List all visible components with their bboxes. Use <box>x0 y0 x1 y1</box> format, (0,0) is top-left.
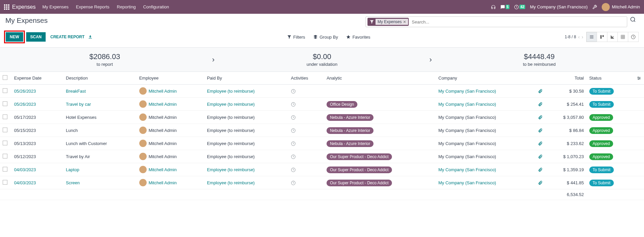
col-description[interactable]: Description <box>63 72 136 85</box>
expense-description[interactable]: Travel by car <box>66 102 91 107</box>
row-checkbox[interactable] <box>3 180 7 185</box>
view-graph-button[interactable] <box>607 32 618 42</box>
table-row[interactable]: 05/15/2023 Lunch Mitchell Admin Employee… <box>0 124 644 137</box>
scan-button[interactable]: SCAN <box>26 32 46 42</box>
attachment-icon[interactable] <box>538 141 543 146</box>
view-activity-button[interactable] <box>628 32 639 42</box>
row-checkbox[interactable] <box>3 167 7 172</box>
employee-name[interactable]: Mitchell Admin <box>149 102 177 107</box>
row-checkbox[interactable] <box>3 101 7 106</box>
expense-description[interactable]: BreakFast <box>66 89 86 94</box>
select-all-checkbox[interactable] <box>3 75 7 80</box>
attachment-icon[interactable] <box>538 154 543 159</box>
paid-by[interactable]: Employee (to reimburse) <box>207 180 255 185</box>
create-report-button[interactable]: CREATE REPORT <box>50 35 85 39</box>
groupby-dropdown[interactable]: Group By <box>313 35 338 40</box>
company-cell[interactable]: My Company (San Francisco) <box>438 180 496 185</box>
nav-expense-reports[interactable]: Expense Reports <box>76 4 109 9</box>
apps-icon[interactable] <box>4 4 9 10</box>
col-employee[interactable]: Employee <box>137 72 204 85</box>
summary-to-reimburse[interactable]: $4448.49 to be reimbursed <box>435 48 644 72</box>
activity-clock-icon[interactable] <box>291 114 296 120</box>
view-kanban-button[interactable] <box>597 32 607 42</box>
col-company[interactable]: Company <box>436 72 535 85</box>
module-name[interactable]: Expenses <box>12 4 36 10</box>
company-selector[interactable]: My Company (San Francisco) <box>530 4 588 9</box>
expense-description[interactable]: Screen <box>66 180 80 185</box>
activity-clock-icon[interactable] <box>291 154 296 159</box>
search-icon[interactable] <box>627 16 639 23</box>
attachment-icon[interactable] <box>538 167 543 172</box>
table-row[interactable]: 05/13/2023 Lunch with Customer Mitchell … <box>0 137 644 150</box>
new-button[interactable]: NEW <box>6 32 23 42</box>
activity-clock-icon[interactable] <box>291 128 296 133</box>
summary-under-validation[interactable]: $0.00 under validation <box>217 48 427 72</box>
expense-date[interactable]: 04/03/2023 <box>14 180 36 185</box>
search-input[interactable] <box>410 19 627 25</box>
table-row[interactable]: 05/17/2023 Hotel Expenses Mitchell Admin… <box>0 111 644 124</box>
activity-clock-icon[interactable] <box>291 141 296 146</box>
analytic-tag[interactable]: Office Design <box>327 101 357 108</box>
analytic-tag[interactable]: Our Super Product - Deco Addict <box>327 180 392 186</box>
nav-reporting[interactable]: Reporting <box>117 4 136 9</box>
table-row[interactable]: 05/26/2023 Travel by car Mitchell Admin … <box>0 98 644 111</box>
view-list-button[interactable] <box>586 32 597 42</box>
user-menu[interactable]: Mitchell Admin <box>602 3 640 11</box>
analytic-tag[interactable]: Nebula - Azure Interior <box>327 114 374 121</box>
expense-date[interactable]: 05/26/2023 <box>14 89 36 94</box>
row-checkbox[interactable] <box>3 114 7 119</box>
messages-icon[interactable]: 5 <box>500 5 510 9</box>
paid-by[interactable]: Employee (to reimburse) <box>207 89 255 94</box>
nav-configuration[interactable]: Configuration <box>143 4 169 9</box>
download-icon[interactable] <box>88 35 93 40</box>
tools-icon[interactable] <box>592 4 597 10</box>
chip-remove-icon[interactable]: ✕ <box>403 20 406 24</box>
company-cell[interactable]: My Company (San Francisco) <box>438 167 496 172</box>
pager-next-icon[interactable]: › <box>582 34 583 40</box>
table-row[interactable]: 05/12/2023 Travel by Air Mitchell Admin … <box>0 150 644 163</box>
activity-clock-icon[interactable] <box>291 101 296 106</box>
expense-description[interactable]: Laptop <box>66 167 79 172</box>
expense-date[interactable]: 04/03/2023 <box>14 167 36 172</box>
paid-by[interactable]: Employee (to reimburse) <box>207 102 255 107</box>
activities-icon[interactable]: 42 <box>514 5 525 9</box>
activity-clock-icon[interactable] <box>291 88 296 93</box>
attachment-icon[interactable] <box>538 128 543 133</box>
row-checkbox[interactable] <box>3 154 7 158</box>
analytic-tag[interactable]: Nebula - Azure Interior <box>327 140 374 147</box>
analytic-tag[interactable]: Our Super Product - Deco Addict <box>327 153 392 160</box>
attachment-icon[interactable] <box>538 88 543 93</box>
pager-range[interactable]: 1-8 / 8 <box>565 35 576 39</box>
favorites-dropdown[interactable]: Favorites <box>346 35 370 40</box>
col-total[interactable]: Total <box>545 72 586 85</box>
pager-prev-icon[interactable]: ‹ <box>578 34 580 40</box>
analytic-tag[interactable]: Nebula - Azure Interior <box>327 127 374 134</box>
search-filter-chip[interactable]: My Expenses ✕ <box>367 18 409 26</box>
table-row[interactable]: 04/03/2023 Screen Mitchell Admin Employe… <box>0 176 644 189</box>
expense-date[interactable]: 05/26/2023 <box>14 102 36 107</box>
nav-my-expenses[interactable]: My Expenses <box>42 4 68 9</box>
company-cell[interactable]: My Company (San Francisco) <box>438 102 496 107</box>
view-pivot-button[interactable] <box>617 32 628 42</box>
table-row[interactable]: 04/03/2023 Laptop Mitchell Admin Employe… <box>0 163 644 176</box>
row-checkbox[interactable] <box>3 141 7 145</box>
employee-name[interactable]: Mitchell Admin <box>149 89 177 94</box>
row-checkbox[interactable] <box>3 88 7 93</box>
table-row[interactable]: 05/26/2023 BreakFast Mitchell Admin Empl… <box>0 85 644 98</box>
activity-clock-icon[interactable] <box>291 167 296 172</box>
analytic-tag[interactable]: Our Super Product - Deco Addict <box>327 167 392 173</box>
filters-dropdown[interactable]: Filters <box>287 35 305 40</box>
col-date[interactable]: Expense Date <box>11 72 63 85</box>
search-bar[interactable]: My Expenses ✕ <box>365 16 627 27</box>
col-activities[interactable]: Activities <box>288 72 324 85</box>
row-checkbox[interactable] <box>3 128 7 132</box>
col-paidby[interactable]: Paid By <box>204 72 288 85</box>
employee-name[interactable]: Mitchell Admin <box>149 180 177 185</box>
employee-name[interactable]: Mitchell Admin <box>149 167 177 172</box>
col-status[interactable]: Status <box>587 72 634 85</box>
col-analytic[interactable]: Analytic <box>324 72 436 85</box>
paid-by[interactable]: Employee (to reimburse) <box>207 167 255 172</box>
summary-to-report[interactable]: $2086.03 to report <box>0 48 209 72</box>
activity-clock-icon[interactable] <box>291 180 296 185</box>
headset-icon[interactable] <box>491 4 496 10</box>
